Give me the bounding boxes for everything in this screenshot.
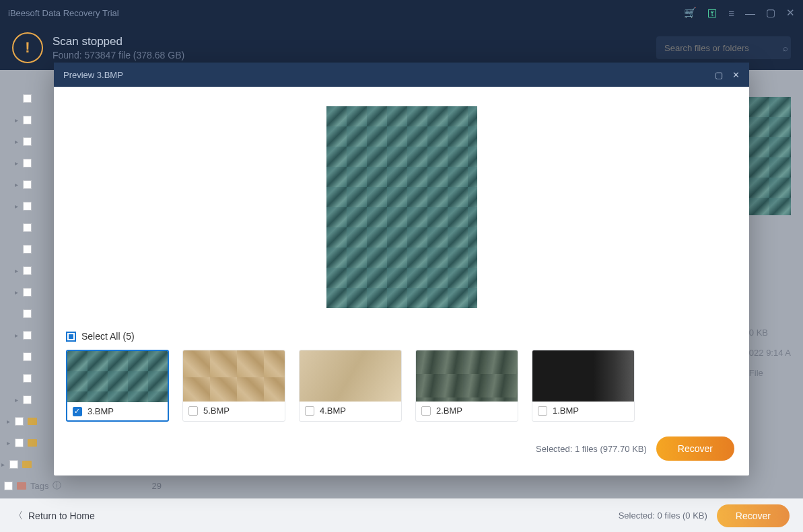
scan-status: Scan stopped [53, 35, 184, 48]
preview-modal: Preview 3.BMP ▢ ✕ Select All (5) 3.BMP5.… [54, 63, 749, 476]
thumbnail-image [416, 350, 518, 402]
preview-area [54, 87, 749, 324]
footer: 〈 Return to Home Selected: 0 files (0 KB… [0, 498, 803, 532]
chevron-left-icon: 〈 [13, 510, 23, 522]
thumbnail-label-row: 2.BMP [416, 402, 518, 420]
footer-recover-button[interactable]: Recover [717, 504, 790, 527]
thumbnail-name: 5.BMP [203, 406, 230, 416]
modal-close-icon[interactable]: ✕ [732, 70, 740, 80]
scan-found: Found: 573847 file (378.68 GB) [53, 50, 184, 61]
warning-icon: ! [12, 32, 43, 63]
return-home-button[interactable]: 〈 Return to Home [13, 510, 95, 522]
thumbnail-label-row: 4.BMP [300, 402, 401, 420]
maximize-icon[interactable]: ▢ [766, 7, 775, 19]
thumbnail-row: 3.BMP5.BMP4.BMP2.BMP1.BMP [54, 350, 749, 422]
preview-image [326, 106, 477, 308]
thumbnail-image [67, 351, 168, 402]
tags-count: 29 [152, 481, 162, 491]
select-all-row[interactable]: Select All (5) [54, 324, 749, 350]
modal-header: Preview 3.BMP ▢ ✕ [54, 63, 749, 87]
close-icon[interactable]: ✕ [786, 7, 795, 19]
thumbnail-checkbox[interactable] [188, 406, 198, 416]
window-controls: 🛒 ⚿ ≡ — ▢ ✕ [684, 7, 795, 19]
thumbnail-checkbox[interactable] [421, 406, 431, 416]
footer-selected: Selected: 0 files (0 KB) [619, 510, 707, 521]
thumbnail-image [300, 350, 401, 402]
modal-footer: Selected: 1 files (977.70 KB) Recover [54, 422, 749, 476]
search-icon[interactable]: ⌕ [783, 43, 788, 53]
thumbnail-name: 4.BMP [320, 406, 346, 416]
side-preview [749, 97, 791, 215]
menu-icon[interactable]: ≡ [728, 7, 734, 19]
info-date: 022 9:14 A [749, 343, 791, 363]
app-title: iBeesoft Data Recovery Trial [8, 8, 684, 18]
modal-maximize-icon[interactable]: ▢ [715, 70, 723, 80]
thumbnail-label-row: 1.BMP [532, 402, 634, 420]
thumbnail-label-row: 3.BMP [67, 402, 168, 420]
thumbnail-name: 3.BMP [88, 406, 114, 416]
key-icon[interactable]: ⚿ [707, 7, 718, 19]
minimize-icon[interactable]: — [745, 7, 755, 19]
select-all-checkbox[interactable] [66, 332, 76, 342]
thumbnail[interactable]: 5.BMP [182, 350, 285, 422]
thumbnail-checkbox[interactable] [305, 406, 314, 416]
search-input[interactable] [664, 43, 777, 53]
info-size: 0 KB [749, 323, 791, 343]
thumbnail[interactable]: 4.BMP [299, 350, 402, 422]
search-bar[interactable]: ⌕ [656, 36, 791, 59]
thumbnail-checkbox[interactable] [73, 407, 82, 416]
thumbnail[interactable]: 1.BMP [532, 350, 635, 422]
thumbnail[interactable]: 3.BMP [66, 350, 169, 422]
titlebar: iBeesoft Data Recovery Trial 🛒 ⚿ ≡ — ▢ ✕ [0, 0, 803, 26]
thumbnail-name: 2.BMP [436, 406, 462, 416]
cart-icon[interactable]: 🛒 [684, 7, 697, 19]
thumbnail-image [532, 350, 634, 402]
thumbnail[interactable]: 2.BMP [415, 350, 518, 422]
modal-title: Preview 3.BMP [63, 70, 715, 80]
select-all-label: Select All (5) [81, 331, 135, 342]
recover-button[interactable]: Recover [656, 436, 734, 461]
modal-selected-text: Selected: 1 files (977.70 KB) [536, 444, 647, 454]
info-type: File [749, 363, 791, 383]
return-home-label: Return to Home [28, 510, 95, 521]
thumbnail-checkbox[interactable] [538, 406, 547, 416]
thumbnail-name: 1.BMP [553, 406, 579, 416]
header-text: Scan stopped Found: 573847 file (378.68 … [53, 35, 184, 61]
thumbnail-label-row: 5.BMP [183, 402, 285, 420]
tags-label: Tags [30, 481, 48, 491]
thumbnail-image [183, 350, 285, 402]
